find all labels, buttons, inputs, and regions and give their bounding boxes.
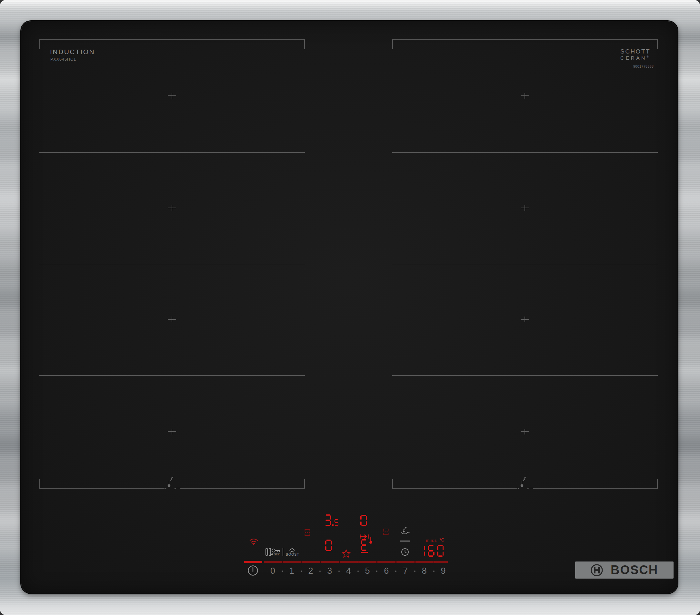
level-dot xyxy=(395,571,397,572)
level-key-5[interactable]: 5 xyxy=(365,566,370,576)
pot-center-mark xyxy=(525,93,525,99)
pause-icon[interactable] xyxy=(265,548,271,556)
boost-chevrons-icon[interactable] xyxy=(289,548,295,553)
timer-display xyxy=(418,545,443,557)
slider-active-segment[interactable] xyxy=(244,561,262,563)
registered-mark: ® xyxy=(647,55,649,58)
level-key-2[interactable]: 2 xyxy=(308,566,313,576)
timer-clock-icon[interactable] xyxy=(401,548,409,556)
model-number-label: PXX645HC1 xyxy=(50,57,76,62)
level-key-9[interactable]: 9 xyxy=(441,566,446,576)
level-dot xyxy=(358,571,359,572)
sensor-level-line xyxy=(400,540,410,541)
zone-outline-bottom-left xyxy=(39,488,164,489)
zone-outline-bottom-right xyxy=(392,488,517,489)
key-lock-hold-label: 4 sec xyxy=(271,552,280,556)
panel-divider xyxy=(283,548,283,556)
zone-display-left-bottom[interactable] xyxy=(325,540,332,551)
induction-print-label: INDUCTION xyxy=(50,48,95,56)
stainless-frame: INDUCTION PXX645HC1 SCHOTT CERAN® 900177… xyxy=(0,0,700,615)
level-dot xyxy=(301,571,302,572)
level-key-3[interactable]: 3 xyxy=(327,566,332,576)
zone-outline-tick xyxy=(39,479,40,489)
zone-display-right-bottom[interactable] xyxy=(361,539,367,551)
zone-outline-top-right xyxy=(392,39,658,40)
pot-center-mark xyxy=(172,205,172,211)
level-dot xyxy=(433,571,435,572)
zone-separator-line xyxy=(39,152,305,153)
zone-outline-tick xyxy=(657,479,658,489)
segment-underline xyxy=(361,552,368,553)
pot-center-mark xyxy=(172,93,172,99)
zone-outline-top-left xyxy=(39,39,305,40)
level-dot xyxy=(338,571,340,572)
pot-center-mark xyxy=(525,317,525,322)
power-level-scale[interactable]: 0123456789 xyxy=(236,566,461,577)
ceramic-glass-surface xyxy=(21,21,677,593)
zone-display-right-top[interactable] xyxy=(360,515,367,526)
schott-word: SCHOTT xyxy=(620,48,650,55)
zone-outline-bottom-right xyxy=(533,488,658,489)
zone-outline-tick xyxy=(392,39,393,49)
timer-unit-temp: °C xyxy=(439,537,445,542)
ceran-word: CERAN xyxy=(620,55,647,61)
zone-outline-tick xyxy=(39,39,40,49)
favorite-star-icon[interactable] xyxy=(342,549,351,558)
zone-outline-tick xyxy=(304,479,305,489)
frying-sensor-icon xyxy=(515,474,534,489)
level-dot xyxy=(282,571,283,572)
glass-serial-number: 9001778568 xyxy=(633,64,653,68)
zone-outline-tick xyxy=(304,39,305,49)
zone-separator-line xyxy=(39,264,305,264)
zone-display-left-top[interactable] xyxy=(325,514,338,526)
zone-bridge-icon xyxy=(304,529,310,536)
level-key-4[interactable]: 4 xyxy=(346,566,351,576)
pot-center-mark xyxy=(525,205,525,211)
frying-sensor-icon xyxy=(400,525,411,535)
level-key-1[interactable]: 1 xyxy=(289,566,294,576)
wifi-icon xyxy=(249,538,258,546)
zone-outline-tick xyxy=(657,39,658,49)
level-key-0[interactable]: 0 xyxy=(270,566,275,576)
zone-separator-line xyxy=(392,375,658,376)
schott-ceran-logo: SCHOTT CERAN® xyxy=(620,48,650,61)
pot-center-mark xyxy=(525,429,525,435)
bosch-armature-icon xyxy=(590,563,603,577)
power-level-slider-track[interactable] xyxy=(264,561,448,563)
zone-outline-bottom-left xyxy=(180,488,305,489)
frying-sensor-icon xyxy=(163,474,181,489)
thermometer-icon xyxy=(369,536,373,544)
zone-bridge-icon xyxy=(383,528,389,536)
timer-unit-time: min:s xyxy=(426,538,436,543)
level-dot xyxy=(320,571,321,572)
zone-separator-line xyxy=(39,375,305,376)
pot-center-mark xyxy=(172,317,172,322)
zone-separator-line xyxy=(392,264,658,264)
move-pan-arrow-icon xyxy=(360,534,370,539)
level-key-6[interactable]: 6 xyxy=(384,566,389,576)
level-key-7[interactable]: 7 xyxy=(403,566,408,576)
zone-outline-tick xyxy=(392,479,393,489)
zone-separator-line xyxy=(392,152,658,153)
bosch-logo-band: BOSCH xyxy=(575,562,674,579)
level-key-8[interactable]: 8 xyxy=(422,566,427,576)
bosch-wordmark: BOSCH xyxy=(611,563,658,577)
boost-label: BOOST xyxy=(286,552,299,556)
level-dot xyxy=(414,571,415,572)
pot-center-mark xyxy=(172,429,172,435)
level-dot xyxy=(376,571,377,572)
